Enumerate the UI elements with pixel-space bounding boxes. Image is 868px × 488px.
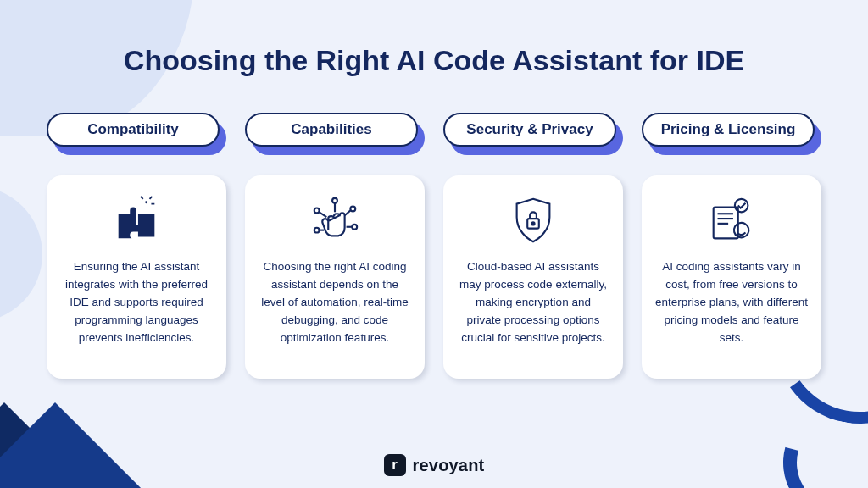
svg-point-0	[145, 201, 147, 203]
svg-line-2	[320, 212, 327, 217]
heading-label: Compatibility	[47, 113, 220, 147]
svg-point-7	[352, 225, 357, 230]
svg-line-6	[345, 210, 351, 215]
heading-pill: Pricing & Licensing	[642, 113, 821, 152]
svg-point-3	[332, 198, 337, 203]
svg-point-9	[314, 228, 320, 233]
card-body: AI coding assistants vary in cost, from …	[655, 258, 808, 347]
column-compatibility: Compatibility Ensuring the AI assistant …	[47, 113, 226, 379]
heading-label: Security & Privacy	[443, 113, 616, 147]
card-security: Cloud-based AI assistants may process co…	[443, 175, 623, 379]
card-body: Choosing the right AI coding assistant d…	[259, 258, 411, 347]
heading-pill: Security & Privacy	[443, 113, 623, 152]
heading-label: Capabilities	[245, 113, 418, 147]
card-body: Ensuring the AI assistant integrates wit…	[60, 258, 213, 347]
column-pricing: Pricing & Licensing AI coding assistants…	[642, 113, 821, 379]
brand-footer: r revoyant	[0, 454, 868, 476]
columns-row: Compatibility Ensuring the AI assistant …	[0, 113, 868, 379]
shield-lock-icon	[507, 194, 559, 247]
svg-point-12	[531, 222, 534, 225]
brand-logo-icon: r	[384, 454, 406, 476]
heading-pill: Capabilities	[245, 113, 425, 152]
card-body: Cloud-based AI assistants may process co…	[457, 258, 609, 347]
ai-fist-icon	[309, 194, 361, 247]
contract-stamp-icon	[705, 194, 758, 247]
column-security: Security & Privacy Cloud-based AI assist…	[443, 113, 623, 379]
column-capabilities: Capabilities Choosing the right AI codin…	[245, 113, 425, 379]
card-capabilities: Choosing the right AI coding assistant d…	[245, 175, 425, 379]
puzzle-icon	[110, 194, 163, 247]
brand-name: revoyant	[413, 456, 485, 475]
svg-point-18	[732, 221, 750, 239]
card-compatibility: Ensuring the AI assistant integrates wit…	[47, 175, 226, 379]
page-title: Choosing the Right AI Code Assistant for…	[0, 0, 868, 77]
heading-label: Pricing & Licensing	[642, 113, 815, 147]
svg-point-5	[350, 207, 355, 212]
svg-point-1	[314, 208, 320, 213]
heading-pill: Compatibility	[47, 113, 226, 152]
card-pricing: AI coding assistants vary in cost, from …	[642, 175, 821, 379]
svg-point-17	[735, 199, 748, 213]
